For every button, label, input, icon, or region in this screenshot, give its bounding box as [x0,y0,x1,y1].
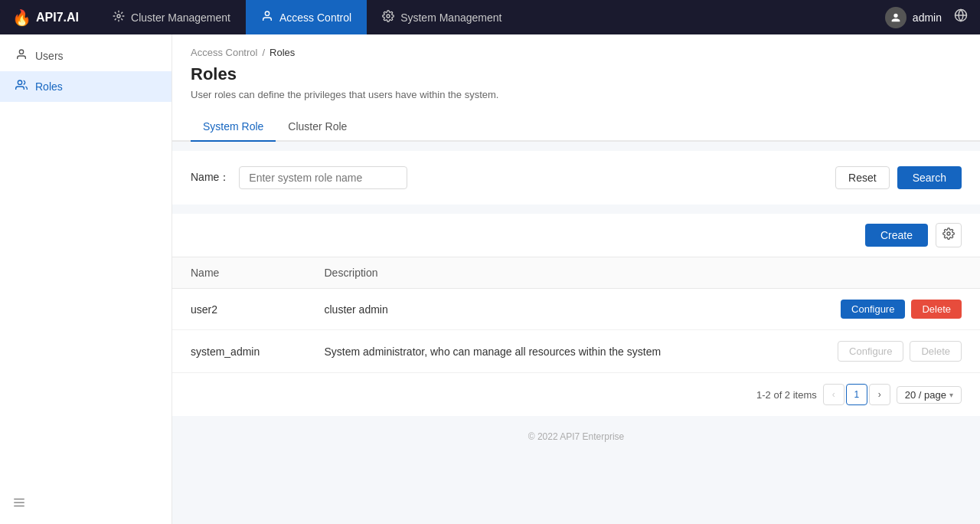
nav-right: admin [885,7,968,28]
nav-cluster-management[interactable]: Cluster Management [97,0,246,34]
footer-text: © 2022 API7 Enterprise [528,431,625,442]
configure-button[interactable]: Configure [838,341,903,362]
cell-description: System administrator, who can manage all… [306,330,777,373]
logo-icon: 🔥 [12,8,31,27]
logo[interactable]: 🔥 API7.AI [12,8,79,27]
delete-button[interactable]: Delete [910,341,962,362]
sidebar-roles-label: Roles [35,80,63,93]
svg-point-2 [387,15,390,18]
table-section: Create Name Description [172,214,980,416]
search-actions: Reset Search [835,166,962,189]
table-row: user2cluster adminConfigureDelete [172,289,980,330]
gear-icon [942,229,955,242]
svg-point-9 [947,232,950,235]
tab-cluster-role[interactable]: Cluster Role [276,113,359,142]
sidebar: Users Roles [0,34,172,524]
cluster-mgmt-icon [113,10,125,25]
page-description: User roles can define the privileges tha… [172,89,980,113]
sidebar-collapse[interactable] [12,496,26,512]
cell-actions: ConfigureDelete [777,330,980,373]
language-switcher[interactable] [954,8,968,26]
search-card: Name： Reset Search [172,151,980,205]
configure-button[interactable]: Configure [841,300,905,319]
nav-access-control[interactable]: Access Control [246,0,367,34]
avatar [885,7,906,28]
svg-point-5 [18,80,21,84]
tab-system-role[interactable]: System Role [191,113,276,142]
breadcrumb-current: Roles [270,47,295,58]
nav-cluster-label: Cluster Management [131,11,230,24]
footer: © 2022 API7 Enterprise [172,416,980,457]
table-header-row: Name Description [172,257,980,289]
role-tabs: System Role Cluster Role [172,113,980,142]
table-row: system_adminSystem administrator, who ca… [172,330,980,373]
next-page-button[interactable]: › [869,384,890,405]
roles-icon [15,79,28,94]
page-size-selector[interactable]: 20 / page ▾ [897,386,962,404]
cell-name: user2 [172,289,306,330]
pagination: 1-2 of 2 items ‹ 1 › 20 / page ▾ [172,373,980,416]
create-button[interactable]: Create [865,224,928,247]
search-bar: Name： Reset Search [172,151,980,205]
svg-point-4 [19,50,23,54]
reset-button[interactable]: Reset [835,166,890,189]
page-header-section: Access Control / Roles Roles User roles … [172,34,980,142]
breadcrumb-parent[interactable]: Access Control [191,47,257,58]
col-actions [777,257,980,289]
cell-actions: ConfigureDelete [777,289,980,330]
page-nav: ‹ 1 › [823,384,890,405]
main-layout: Users Roles Access Control [0,34,980,524]
svg-point-0 [117,15,120,18]
breadcrumb: Access Control / Roles [172,34,980,64]
roles-table: Name Description user2cluster adminConfi… [172,257,980,373]
logo-text: API7.AI [36,11,79,25]
nav-access-label: Access Control [279,11,351,24]
col-description: Description [306,257,777,289]
hamburger-icon [12,499,26,512]
sidebar-item-users[interactable]: Users [0,41,172,71]
breadcrumb-separator: / [262,47,265,58]
chevron-down-icon: ▾ [949,391,953,399]
user-menu[interactable]: admin [885,7,942,28]
table-toolbar: Create [172,214,980,257]
cell-description: cluster admin [306,289,777,330]
page-size-value: 20 / page [905,389,946,401]
sidebar-item-roles[interactable]: Roles [0,71,172,102]
nav-system-management[interactable]: System Management [367,0,517,34]
delete-button[interactable]: Delete [911,300,962,319]
search-name-label: Name： [191,171,230,185]
top-navigation: 🔥 API7.AI Cluster Management Access Cont… [0,0,980,34]
pagination-info: 1-2 of 2 items [756,389,817,401]
page-title: Roles [172,64,980,89]
row-actions: ConfigureDelete [795,300,962,319]
content-area: Name： Reset Search Create [172,151,980,457]
nav-system-label: System Management [400,11,501,24]
prev-page-button[interactable]: ‹ [823,384,844,405]
search-input[interactable] [239,166,407,189]
row-actions: ConfigureDelete [795,341,962,362]
settings-button[interactable] [936,223,962,247]
search-button[interactable]: Search [897,166,962,189]
sidebar-users-label: Users [35,50,64,62]
col-name: Name [172,257,306,289]
main-content: Access Control / Roles Roles User roles … [172,34,980,524]
access-control-icon [261,10,273,25]
username: admin [913,11,942,24]
users-icon [15,48,28,64]
page-1-button[interactable]: 1 [846,384,867,405]
system-mgmt-icon [382,10,394,25]
svg-point-1 [265,11,269,15]
cell-name: system_admin [172,330,306,373]
